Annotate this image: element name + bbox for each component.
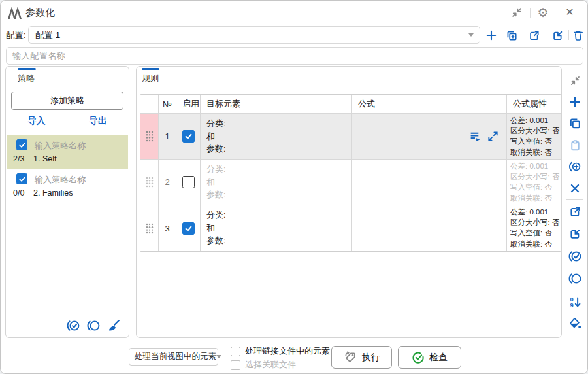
config-select-value: 配置 1 bbox=[35, 29, 468, 41]
strategy-checkbox[interactable] bbox=[16, 139, 27, 150]
rules-tab-indicator bbox=[142, 68, 159, 70]
strategy-list-item[interactable]: 输入策略名称 2/3 1. Self bbox=[7, 135, 128, 169]
linked-files-checkbox[interactable] bbox=[231, 347, 240, 356]
related-files-label: 选择关联文件 bbox=[245, 359, 296, 371]
config-select[interactable]: 配置 1 bbox=[28, 26, 480, 44]
strategy-checkbox[interactable] bbox=[16, 173, 27, 184]
rule-enabled-checkbox[interactable] bbox=[182, 222, 195, 235]
close-icon[interactable]: ✕ bbox=[562, 5, 578, 20]
rule-props-cell: 公差: 0.001 区分大小写: 否 写入空值: 否 取消关联: 否 bbox=[507, 114, 561, 160]
strategy-label: 2. Families bbox=[33, 188, 73, 197]
rule-props-cell: 公差: 0.001 区分大小写: 否 写入空值: 否 取消关联: 否 bbox=[507, 160, 561, 205]
check-all-icon[interactable] bbox=[66, 318, 80, 333]
linked-files-checkbox-row: 处理链接文件中的元素 bbox=[231, 345, 330, 357]
tab-rules[interactable]: 规则 bbox=[142, 73, 159, 84]
check-all-rules-icon[interactable] bbox=[566, 248, 583, 265]
export-strategies-link[interactable]: 导出 bbox=[67, 115, 129, 129]
import-strategies-link[interactable]: 导入 bbox=[6, 115, 67, 129]
rule-props-cell: 公差: 0.001 区分大小写: 否 写入空值: 否 取消关联: 否 bbox=[507, 205, 561, 251]
add-rule-icon[interactable] bbox=[566, 94, 583, 110]
window-title: 参数化 bbox=[25, 7, 55, 19]
expand-icon[interactable] bbox=[487, 131, 498, 142]
rule-formula-cell[interactable] bbox=[352, 114, 507, 160]
row-drag-handle[interactable] bbox=[140, 205, 159, 251]
delete-config-button[interactable] bbox=[570, 27, 587, 44]
titlebar-separator bbox=[530, 8, 531, 18]
check-circle-icon bbox=[412, 351, 425, 364]
fill-down-icon[interactable] bbox=[566, 314, 583, 332]
rule-enabled-cell bbox=[176, 160, 201, 205]
title-bar: 参数化 ⚙ ✕ bbox=[1, 1, 587, 24]
col-header-props: 公式属性 bbox=[507, 95, 561, 114]
delete-rule-icon[interactable] bbox=[566, 180, 583, 197]
app-logo-icon bbox=[8, 6, 24, 20]
toolbar-separator bbox=[523, 30, 523, 40]
scope-select[interactable]: 处理当前视图中的元素 bbox=[129, 348, 218, 366]
rule-formula-cell[interactable] bbox=[352, 160, 507, 205]
rules-panel: 规则 № 启用 目标元素 公式 公式属性 1 分类: bbox=[136, 66, 562, 338]
clear-broom-icon[interactable] bbox=[106, 318, 121, 333]
strategy-links-row: 导入 导出 bbox=[6, 115, 129, 129]
execute-button[interactable]: 执行 bbox=[331, 346, 392, 369]
paste-rule-icon[interactable] bbox=[566, 137, 583, 154]
toolbar-separator bbox=[566, 199, 583, 200]
export-rules-icon[interactable] bbox=[566, 203, 583, 220]
row-drag-handle[interactable] bbox=[140, 160, 159, 205]
tab-strategies[interactable]: 策略 bbox=[18, 73, 35, 84]
rule-formula-cell[interactable] bbox=[352, 205, 507, 251]
add-config-button[interactable] bbox=[483, 27, 500, 44]
strategies-panel: 策略 添加策略 导入 导出 输入策略名称 2/3 1. Self 输入策略名称 … bbox=[5, 66, 129, 338]
strategy-bottom-toolbar bbox=[66, 318, 121, 333]
rule-target-cell[interactable]: 分类: 和 参数: bbox=[201, 160, 352, 205]
collapse-window-icon[interactable] bbox=[509, 5, 525, 20]
parameterization-window: 参数化 ⚙ ✕ 配置: 配置 1 bbox=[0, 0, 588, 374]
col-header-target: 目标元素 bbox=[201, 95, 352, 114]
linked-files-label: 处理链接文件中的元素 bbox=[245, 345, 330, 357]
duplicate-config-button[interactable] bbox=[503, 27, 520, 44]
uncheck-all-rules-icon[interactable] bbox=[566, 270, 583, 287]
strategies-tab-indicator bbox=[18, 68, 36, 70]
rules-table: № 启用 目标元素 公式 公式属性 1 分类: 和 参数: bbox=[140, 94, 561, 252]
execute-button-label: 执行 bbox=[362, 352, 380, 364]
import-rules-icon[interactable] bbox=[566, 226, 583, 243]
export-config-button[interactable] bbox=[525, 27, 542, 44]
config-name-input[interactable] bbox=[6, 47, 583, 65]
collapse-panel-icon[interactable] bbox=[566, 72, 583, 89]
add-strategy-button[interactable]: 添加策略 bbox=[11, 92, 123, 110]
scope-select-value: 处理当前视图中的元素 bbox=[135, 351, 216, 362]
strategy-label: 1. Self bbox=[33, 154, 56, 163]
rule-number: 2 bbox=[159, 160, 176, 205]
rule-enabled-checkbox[interactable] bbox=[182, 176, 195, 188]
chevron-down-icon bbox=[216, 355, 221, 358]
row-drag-handle[interactable] bbox=[140, 114, 159, 160]
strategy-name-placeholder[interactable]: 输入策略名称 bbox=[35, 140, 86, 152]
check-button[interactable]: 检查 bbox=[398, 346, 461, 369]
rule-enabled-checkbox[interactable] bbox=[182, 130, 195, 143]
execute-run-icon bbox=[344, 350, 357, 364]
add-linked-rule-icon[interactable] bbox=[566, 158, 583, 175]
check-button-label: 检查 bbox=[429, 352, 448, 364]
sort-numeric-icon[interactable]: 0 9 bbox=[566, 294, 583, 311]
col-header-drag bbox=[140, 95, 159, 114]
rule-number: 3 bbox=[159, 205, 176, 251]
import-config-button[interactable] bbox=[549, 27, 566, 44]
strategy-list: 输入策略名称 2/3 1. Self 输入策略名称 0/0 2. Familie… bbox=[7, 135, 128, 203]
copy-rule-icon[interactable] bbox=[566, 115, 583, 132]
rule-enabled-cell bbox=[176, 114, 201, 160]
related-files-checkbox[interactable] bbox=[231, 360, 240, 370]
uncheck-all-icon[interactable] bbox=[86, 318, 101, 333]
col-header-formula: 公式 bbox=[352, 95, 507, 114]
strategy-name-placeholder[interactable]: 输入策略名称 bbox=[35, 174, 86, 186]
rule-target-cell[interactable]: 分类: 和 参数: bbox=[201, 114, 352, 160]
toolbar-separator bbox=[566, 290, 583, 290]
related-files-checkbox-row: 选择关联文件 bbox=[231, 359, 296, 371]
config-label: 配置: bbox=[6, 29, 26, 41]
edit-script-icon[interactable] bbox=[469, 130, 482, 143]
strategy-list-item[interactable]: 输入策略名称 0/0 2. Families bbox=[7, 169, 128, 203]
col-header-enabled: 启用 bbox=[176, 95, 201, 114]
rule-target-cell[interactable]: 分类: 和 参数: bbox=[201, 205, 352, 251]
rule-number: 1 bbox=[159, 114, 176, 160]
gear-icon[interactable]: ⚙ bbox=[535, 5, 551, 20]
strategy-count: 0/0 bbox=[13, 188, 24, 197]
strategy-count: 2/3 bbox=[13, 154, 24, 163]
